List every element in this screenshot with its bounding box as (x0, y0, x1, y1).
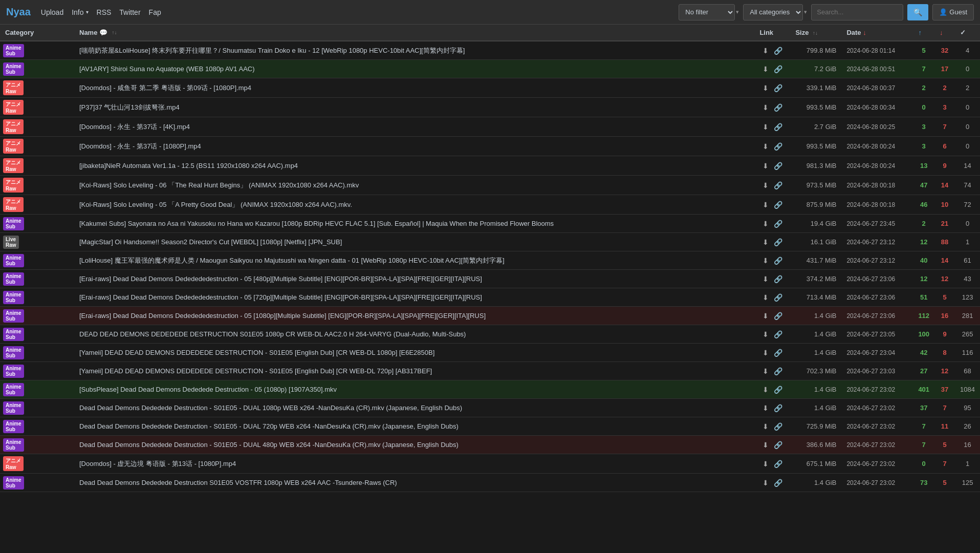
category-badge[interactable]: AnimeSub (3, 309, 24, 323)
category-badge[interactable]: AnimeSub (3, 401, 24, 415)
download-link[interactable]: ⬇ (763, 293, 769, 302)
torrent-name-link[interactable]: [P37]37 气壮山河13剑拔弩张.mp4 (79, 103, 180, 111)
nav-rss[interactable]: RSS (97, 8, 112, 16)
torrent-name-link[interactable]: [jibaketa]NieR Automata Ver1.1a - 12.5 (… (79, 162, 298, 169)
torrent-name-link[interactable]: [Kakumei Subs] Sayonara no Asa ni Yakuso… (79, 220, 554, 227)
magnet-link[interactable]: 🔗 (774, 422, 782, 431)
category-badge[interactable]: AnimeSub (3, 328, 24, 341)
download-link[interactable]: ⬇ (763, 257, 769, 265)
magnet-link[interactable]: 🔗 (774, 312, 782, 320)
category-badge[interactable]: アニメRaw (3, 158, 24, 173)
th-date[interactable]: Date ↓ (841, 25, 913, 41)
torrent-name-link[interactable]: Dead Dead Demons Dededede Destruction - … (79, 441, 459, 449)
category-badge[interactable]: AnimeSub (3, 346, 24, 359)
category-badge[interactable]: アニメRaw (3, 80, 24, 95)
magnet-link[interactable]: 🔗 (774, 220, 782, 228)
category-badge[interactable]: AnimeSub (3, 476, 24, 490)
magnet-link[interactable]: 🔗 (774, 103, 782, 112)
search-button[interactable]: 🔍 (907, 4, 928, 20)
magnet-link[interactable]: 🔗 (774, 123, 782, 131)
category-badge[interactable]: AnimeSub (3, 272, 24, 286)
category-badge[interactable]: AnimeSub (3, 291, 24, 304)
filter-select[interactable]: No filter No remakes Trusted only (679, 4, 735, 20)
magnet-link[interactable]: 🔗 (774, 201, 782, 209)
nav-twitter[interactable]: Twitter (119, 8, 140, 16)
category-badge[interactable]: アニメRaw (3, 139, 24, 154)
torrent-name-link[interactable]: [Erai-raws] Dead Dead Demons Dededededes… (79, 312, 486, 320)
torrent-name-link[interactable]: [Koi-Raws] Solo Leveling - 06 「The Real … (79, 181, 359, 189)
magnet-link[interactable]: 🔗 (774, 181, 782, 189)
magnet-link[interactable]: 🔗 (774, 84, 782, 92)
torrent-name-link[interactable]: Dead Dead Demons Dededede Destruction S0… (79, 479, 397, 486)
guest-button[interactable]: 👤 Guest (932, 4, 974, 20)
th-completed[interactable]: ✓ (955, 25, 980, 41)
torrent-name-link[interactable]: [Doomdos] - 永生 - 第37话 - [1080P].mp4 (79, 142, 201, 150)
torrent-name-link[interactable]: [Yameii] DEAD DEAD DEMONS DEDEDEDE DESTR… (79, 349, 434, 356)
torrent-name-link[interactable]: [Doomdos] - 咸鱼哥 第二季 粤语版 - 第09话 - [1080P]… (79, 84, 251, 92)
torrent-name-link[interactable]: [SubsPlease] Dead Dead Demons Dededede D… (79, 386, 337, 393)
download-link[interactable]: ⬇ (763, 367, 769, 375)
download-link[interactable]: ⬇ (763, 479, 769, 487)
search-input[interactable] (811, 4, 903, 20)
download-link[interactable]: ⬇ (763, 422, 769, 431)
magnet-link[interactable]: 🔗 (774, 404, 782, 412)
nav-info[interactable]: Info ▾ (72, 8, 88, 16)
magnet-link[interactable]: 🔗 (774, 47, 782, 55)
th-leechers[interactable]: ↓ (934, 25, 955, 41)
torrent-name-link[interactable]: [MagicStar] Oi Handsome!! Season2 Direct… (79, 238, 342, 246)
torrent-name-link[interactable]: DEAD DEAD DEMONS DEDEDEDE DESTRUCTION S0… (79, 330, 466, 338)
download-link[interactable]: ⬇ (763, 142, 769, 151)
magnet-link[interactable]: 🔗 (774, 460, 782, 468)
th-seeders[interactable]: ↑ (913, 25, 934, 41)
category-badge[interactable]: AnimeSub (3, 438, 24, 452)
magnet-link[interactable]: 🔗 (774, 238, 782, 246)
category-badge[interactable]: アニメRaw (3, 178, 24, 193)
download-link[interactable]: ⬇ (763, 460, 769, 468)
download-link[interactable]: ⬇ (763, 181, 769, 189)
download-link[interactable]: ⬇ (763, 84, 769, 92)
torrent-name-link[interactable]: [Erai-raws] Dead Dead Demons Dededededes… (79, 293, 482, 301)
torrent-name-link[interactable]: [Erai-raws] Dead Dead Demons Dededededes… (79, 275, 482, 283)
magnet-link[interactable]: 🔗 (774, 142, 782, 151)
torrent-name-link[interactable]: [Koi-Raws] Solo Leveling - 05 「A Pretty … (79, 201, 352, 208)
magnet-link[interactable]: 🔗 (774, 257, 782, 265)
download-link[interactable]: ⬇ (763, 404, 769, 412)
download-link[interactable]: ⬇ (763, 312, 769, 320)
magnet-link[interactable]: 🔗 (774, 162, 782, 170)
category-badge[interactable]: アニメRaw (3, 197, 24, 212)
magnet-link[interactable]: 🔗 (774, 65, 782, 73)
download-link[interactable]: ⬇ (763, 330, 769, 338)
category-badge[interactable]: アニメRaw (3, 100, 24, 115)
category-badge[interactable]: AnimeSub (3, 254, 24, 267)
nav-fap[interactable]: Fap (149, 8, 161, 16)
th-size[interactable]: Size ↑↓ (790, 25, 841, 41)
download-link[interactable]: ⬇ (763, 386, 769, 394)
magnet-link[interactable]: 🔗 (774, 479, 782, 487)
category-badge[interactable]: アニメRaw (3, 456, 24, 471)
brand-logo[interactable]: Nyaa (6, 6, 31, 18)
download-link[interactable]: ⬇ (763, 65, 769, 73)
download-link[interactable]: ⬇ (763, 441, 769, 449)
torrent-name-link[interactable]: [AV1ARY] Shiroi Suna no Aquatope (WEB 10… (79, 65, 255, 73)
download-link[interactable]: ⬇ (763, 103, 769, 112)
magnet-link[interactable]: 🔗 (774, 330, 782, 338)
download-link[interactable]: ⬇ (763, 238, 769, 246)
nav-upload[interactable]: Upload (41, 8, 63, 16)
download-link[interactable]: ⬇ (763, 220, 769, 228)
magnet-link[interactable]: 🔗 (774, 441, 782, 449)
magnet-link[interactable]: 🔗 (774, 386, 782, 394)
torrent-name-link[interactable]: [Yameii] DEAD DEAD DEMONS DEDEDEDE DESTR… (79, 367, 432, 375)
category-badge[interactable]: AnimeSub (3, 365, 24, 378)
category-badge[interactable]: AnimeSub (3, 217, 24, 230)
download-link[interactable]: ⬇ (763, 47, 769, 55)
category-badge[interactable]: AnimeSub (3, 420, 24, 433)
category-select[interactable]: All categories Anime Audio Literature Li… (743, 4, 803, 20)
category-badge[interactable]: AnimeSub (3, 44, 24, 57)
category-badge[interactable]: LiveRaw (3, 236, 19, 249)
torrent-name-link[interactable]: Dead Dead Demons Dededede Destruction - … (79, 422, 459, 430)
torrent-name-link[interactable]: [LoliHouse] 魔王军最强的魔术师是人类 / Maougun Saiky… (79, 257, 505, 264)
torrent-name-link[interactable]: [嗤萌奶茶屋&LoliHouse] 终末列车要开往哪里？/ Shuumatsu … (79, 47, 465, 54)
category-badge[interactable]: AnimeSub (3, 62, 24, 76)
magnet-link[interactable]: 🔗 (774, 293, 782, 302)
download-link[interactable]: ⬇ (763, 201, 769, 209)
